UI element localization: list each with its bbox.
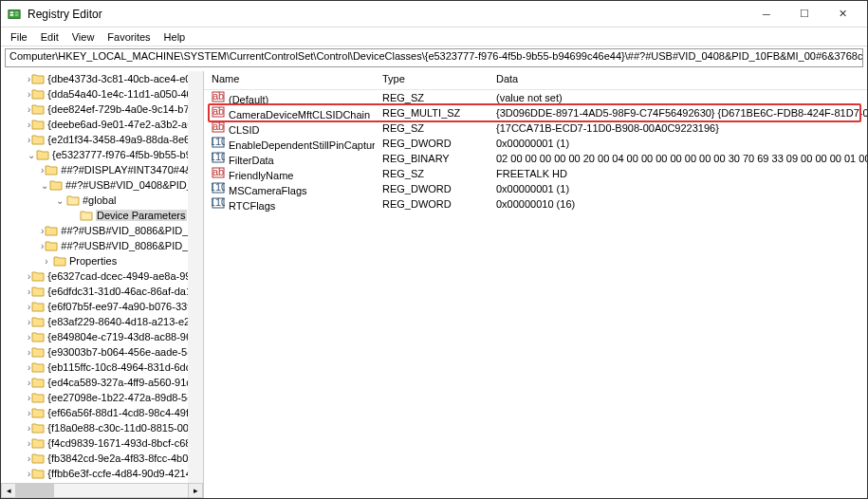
- tree-item[interactable]: ›{dda54a40-1e4c-11d1-a050-405705c: [1, 86, 203, 102]
- tree-item[interactable]: ›{dee824ef-729b-4a0e-9c14-b7117d33: [1, 102, 203, 117]
- tree-item[interactable]: ›{e2d1f34-3458-49a9-88da-8e6915c: [1, 132, 203, 147]
- expander-closed-icon[interactable]: ›: [28, 135, 30, 145]
- tree-item-label: ##?#USB#VID_0408&PID_10FB&: [65, 179, 203, 191]
- folder-icon: [31, 468, 45, 479]
- minimize-button[interactable]: ─: [748, 2, 785, 27]
- expander-closed-icon[interactable]: ›: [28, 89, 30, 100]
- tree-item[interactable]: ›{ed4ca589-327a-4ff9-a560-91da4b48: [1, 375, 203, 390]
- tree-item[interactable]: ›{deebe6ad-9e01-47e2-a3b2-a66aa2c: [1, 117, 203, 132]
- tree-item[interactable]: ⌄##?#USB#VID_0408&PID_10FB&: [1, 177, 203, 193]
- column-name[interactable]: Name: [204, 71, 375, 89]
- value-row[interactable]: abCameraDeviceMftCLSIDChainREG_MULTI_SZ{…: [204, 105, 867, 120]
- tree-item[interactable]: ›{ee27098e-1b22-472a-89d8-5ccce168: [1, 390, 203, 405]
- expander-closed-icon[interactable]: ›: [28, 104, 30, 115]
- value-row[interactable]: 110EnableDependentStillPinCaptureREG_DWO…: [204, 136, 867, 151]
- tree-item[interactable]: ›{e6327cad-dcec-4949-ae8a-991e976: [1, 268, 203, 284]
- tree-item[interactable]: Device Parameters: [1, 208, 203, 223]
- expander-open-icon[interactable]: ⌄: [41, 180, 48, 191]
- value-row[interactable]: abCLSIDREG_SZ{17CCA71B-ECD7-11D0-B908-00…: [204, 120, 867, 136]
- menu-help[interactable]: Help: [158, 30, 192, 44]
- tree-item[interactable]: ›{e6f07b5f-ee97-4a90-b076-33f57bf4e: [1, 299, 203, 314]
- expander-closed-icon[interactable]: ›: [28, 347, 30, 358]
- expander-closed-icon[interactable]: ›: [28, 302, 30, 312]
- tree-vertical-scrollbar[interactable]: [188, 71, 203, 483]
- tree-item[interactable]: ›{e849804e-c719-43d8-ac88-96b894c: [1, 329, 203, 344]
- expander-closed-icon[interactable]: ›: [28, 378, 30, 388]
- menu-edit[interactable]: Edit: [35, 30, 65, 44]
- expander-closed-icon[interactable]: ›: [28, 271, 30, 282]
- tree-item[interactable]: ›{e83af229-8640-4d18-a213-e22675eb: [1, 314, 203, 329]
- expander-closed-icon[interactable]: ›: [28, 286, 30, 297]
- tree-horizontal-scrollbar[interactable]: ◂ ▸: [1, 483, 203, 498]
- tree-item[interactable]: ›{f4cd9839-1671-493d-8bcf-c68693cae: [1, 435, 203, 451]
- expander-closed-icon[interactable]: ›: [28, 362, 30, 373]
- expander-open-icon[interactable]: ⌄: [54, 195, 65, 206]
- expander-closed-icon[interactable]: ›: [28, 317, 30, 327]
- tree-item[interactable]: ⌄{e5323777-f976-4f5b-9b55-b94699c4: [1, 147, 203, 162]
- value-row[interactable]: 110FilterDataREG_BINARY02 00 00 00 00 00…: [204, 151, 867, 166]
- value-type: REG_SZ: [375, 92, 489, 103]
- value-row[interactable]: ab(Default)REG_SZ(value not set): [204, 90, 867, 105]
- menu-favorites[interactable]: Favorites: [102, 30, 156, 44]
- tree-item[interactable]: ›{eb115ffc-10c8-4964-831d-6dcb02e6f: [1, 360, 203, 375]
- address-bar[interactable]: Computer\HKEY_LOCAL_MACHINE\SYSTEM\Curre…: [5, 48, 863, 67]
- scroll-track[interactable]: [16, 483, 188, 498]
- scroll-right-icon[interactable]: ▸: [188, 483, 203, 498]
- column-type[interactable]: Type: [375, 71, 489, 89]
- value-row[interactable]: 110RTCFlagsREG_DWORD0x00000010 (16): [204, 196, 867, 212]
- expander-closed-icon[interactable]: ›: [28, 423, 30, 434]
- expander-closed-icon[interactable]: ›: [41, 241, 44, 251]
- expander-closed-icon[interactable]: ›: [28, 438, 30, 449]
- value-row[interactable]: abFriendlyNameREG_SZFREETALK HD: [204, 166, 867, 181]
- expander-closed-icon[interactable]: ›: [28, 332, 30, 342]
- tree-item[interactable]: ›##?#USB#VID_8086&PID_0A66&: [1, 223, 203, 238]
- expander-closed-icon[interactable]: ›: [28, 74, 30, 84]
- tree-item[interactable]: ›{ef66a56f-88d1-4cd8-98c4-49faf57ad: [1, 405, 203, 420]
- expander-closed-icon[interactable]: ›: [41, 165, 44, 176]
- tree-item[interactable]: ›##?#USB#VID_8086&PID_0A66&: [1, 238, 203, 253]
- column-data[interactable]: Data: [489, 71, 867, 89]
- values-list[interactable]: ab(Default)REG_SZ(value not set)abCamera…: [204, 90, 867, 498]
- folder-icon: [31, 134, 45, 145]
- tree-item[interactable]: ›{dbe4373d-3c81-40cb-ace4-e0e5d05f: [1, 71, 203, 86]
- value-type: REG_DWORD: [375, 138, 489, 149]
- folder-icon: [31, 316, 45, 327]
- expander-open-icon[interactable]: ⌄: [28, 150, 35, 160]
- tree-item[interactable]: ›{ffbb6e3f-ccfe-4d84-90d9-421418b03: [1, 466, 203, 481]
- tree-item[interactable]: ›{f18a0e88-c30c-11d0-8815-00a0c906: [1, 420, 203, 435]
- value-data: (value not set): [489, 92, 867, 103]
- tree-item[interactable]: ›Properties: [1, 253, 203, 268]
- scroll-left-icon[interactable]: ◂: [1, 483, 16, 498]
- expander-closed-icon[interactable]: ›: [28, 120, 30, 130]
- expander-closed-icon[interactable]: ›: [28, 408, 30, 418]
- tree-item[interactable]: ›##?#DISPLAY#INT3470#4&3499f: [1, 162, 203, 177]
- tree-item[interactable]: ›{e93003b7-b064-456e-aade-5843344: [1, 344, 203, 360]
- expander-closed-icon[interactable]: ›: [28, 393, 30, 403]
- tree-pane: ›{dbe4373d-3c81-40cb-ace4-e0e5d05f›{dda5…: [1, 71, 204, 498]
- close-button[interactable]: ✕: [823, 2, 861, 27]
- tree-item[interactable]: ⌄#global: [1, 193, 203, 208]
- value-name: abCameraDeviceMftCLSIDChain: [204, 105, 375, 120]
- expander-closed-icon[interactable]: ›: [28, 469, 30, 479]
- maximize-button[interactable]: ☐: [785, 2, 823, 27]
- expander-closed-icon[interactable]: ›: [28, 453, 30, 464]
- menu-view[interactable]: View: [66, 30, 101, 44]
- expander-closed-icon[interactable]: ›: [41, 256, 52, 267]
- tree[interactable]: ›{dbe4373d-3c81-40cb-ace4-e0e5d05f›{dda5…: [1, 71, 203, 483]
- value-data: 02 00 00 00 00 00 20 00 04 00 00 00 00 0…: [489, 153, 867, 164]
- expander-closed-icon[interactable]: ›: [41, 226, 44, 236]
- folder-icon: [31, 301, 45, 312]
- binary-value-icon: 110: [212, 151, 225, 164]
- scroll-thumb[interactable]: [16, 484, 54, 497]
- folder-icon: [31, 346, 45, 358]
- titlebar: Registry Editor ─ ☐ ✕: [1, 1, 867, 28]
- tree-item[interactable]: ›{fb3842cd-9e2a-4f83-8fcc-4b0761739: [1, 451, 203, 466]
- svg-rect-4: [15, 14, 19, 16]
- menu-file[interactable]: File: [5, 30, 33, 44]
- tree-item-label: Device Parameters: [96, 210, 187, 221]
- value-row[interactable]: 110MSCameraFlagsREG_DWORD0x00000001 (1): [204, 181, 867, 196]
- tree-item[interactable]: ›{e6dfdc31-31d0-46ac-86af-da1eb085fc: [1, 284, 203, 299]
- tree-item-label: {f4cd9839-1671-493d-8bcf-c68693cae: [47, 437, 203, 449]
- tree-item-label: {e6327cad-dcec-4949-ae8a-991e976: [47, 270, 203, 282]
- binary-value-icon: 110: [212, 196, 225, 210]
